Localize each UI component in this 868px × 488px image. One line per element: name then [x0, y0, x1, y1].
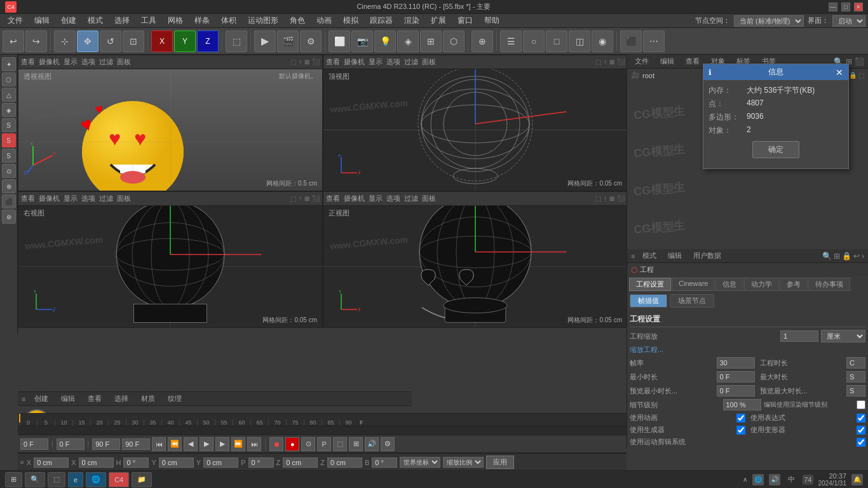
- search-taskbar-btn[interactable]: 🔍: [25, 472, 45, 487]
- camera-button[interactable]: 📷: [351, 30, 373, 52]
- vp4-filter-btn[interactable]: 过滤: [404, 194, 418, 203]
- prop-input-mintime[interactable]: [717, 371, 755, 383]
- vp2-options-btn[interactable]: 选项: [386, 57, 400, 67]
- sidebar-btn-11[interactable]: ⊛: [2, 210, 16, 224]
- objects-edit-btn[interactable]: 编辑: [656, 56, 678, 67]
- coord-worldspace-select[interactable]: 世界坐标: [400, 457, 440, 468]
- menu-mesh[interactable]: 网格: [163, 14, 188, 27]
- coord-z1-input[interactable]: [283, 458, 318, 468]
- layer-button[interactable]: ⊞: [349, 437, 363, 451]
- sidebar-btn-3[interactable]: △: [2, 88, 16, 102]
- auto-key-button[interactable]: ●: [285, 437, 299, 451]
- props-search-icon[interactable]: 🔍: [822, 252, 832, 261]
- step-forward-button[interactable]: ▶: [215, 437, 229, 451]
- objects-view-btn[interactable]: 查看: [682, 56, 703, 67]
- sidebar-btn-10[interactable]: ⬛: [2, 194, 16, 208]
- render-viewport-button[interactable]: ▶: [254, 30, 276, 52]
- sound-button[interactable]: 🔊: [365, 437, 379, 451]
- end-frame-input[interactable]: [92, 438, 120, 450]
- props-filter-icon[interactable]: ⊞: [834, 252, 840, 261]
- tray-chevron[interactable]: ∧: [743, 476, 747, 483]
- sidebar-btn-4[interactable]: ◈: [2, 103, 16, 117]
- prop-input-preview-max[interactable]: [846, 385, 865, 396]
- prop-cb-use-expression[interactable]: [857, 414, 865, 423]
- environment-button[interactable]: ◉: [592, 30, 613, 52]
- more-button[interactable]: ⋯: [643, 30, 665, 52]
- menu-character[interactable]: 角色: [285, 14, 310, 27]
- coord-x2-input[interactable]: [79, 458, 114, 468]
- prop-cb-use-animation[interactable]: [736, 414, 745, 423]
- floor-button[interactable]: ☰: [500, 30, 522, 52]
- taskview-button[interactable]: ⬚: [48, 472, 65, 487]
- props-edit-btn[interactable]: 编辑: [664, 250, 686, 261]
- viewport-top[interactable]: 查看 摄像机 显示 选项 过滤 面板 ⬚ ↑ ⊞ ⬛ www.CGMXW.com: [323, 55, 628, 191]
- network-icon[interactable]: 🌐: [752, 474, 764, 485]
- viewport-right[interactable]: 查看 摄像机 显示 选项 过滤 面板 ⬚ ↑ ⊞ ⬛ www.CGMXW.com: [18, 191, 323, 328]
- props-reset-icon[interactable]: ↩: [853, 252, 860, 261]
- vp4-display-btn[interactable]: 显示: [369, 194, 383, 203]
- coord-b-input[interactable]: [372, 458, 397, 468]
- key-button[interactable]: P: [317, 437, 331, 451]
- vp1-options-btn[interactable]: 选项: [81, 57, 95, 67]
- minimize-button[interactable]: —: [829, 3, 837, 11]
- chrome-button[interactable]: 🌐: [86, 472, 106, 487]
- props-lock-icon[interactable]: 🔒: [842, 252, 851, 261]
- prev-frame-button[interactable]: ⏪: [168, 437, 182, 451]
- menu-spline[interactable]: 样条: [189, 14, 215, 27]
- scale-tool-button[interactable]: ⊡: [123, 30, 144, 52]
- prop-input-fps[interactable]: [717, 357, 755, 369]
- mat-material-btn[interactable]: 材质: [137, 393, 159, 404]
- mat-view-btn[interactable]: 查看: [84, 393, 105, 404]
- notification-icon[interactable]: 🔔: [851, 474, 863, 485]
- edge-button[interactable]: e: [68, 472, 83, 487]
- vp2-view-btn[interactable]: 查看: [326, 57, 340, 67]
- explorer-button[interactable]: 📁: [132, 472, 152, 487]
- options-button[interactable]: ⚙: [381, 437, 395, 451]
- menu-help[interactable]: 帮助: [479, 14, 505, 27]
- move-tool-button[interactable]: ✥: [77, 30, 98, 52]
- coord-scale-select[interactable]: 缩放比例: [443, 457, 484, 468]
- record-button[interactable]: ⏺: [269, 437, 283, 451]
- close-button[interactable]: ✕: [854, 3, 863, 11]
- mat-texture-btn[interactable]: 纹理: [164, 393, 186, 404]
- background-button[interactable]: □: [546, 30, 567, 52]
- menu-edit[interactable]: 编辑: [29, 14, 55, 27]
- mat-edit-btn[interactable]: 编辑: [57, 393, 79, 404]
- menu-window[interactable]: 窗口: [452, 14, 478, 27]
- menu-file[interactable]: 文件: [3, 14, 28, 27]
- coord-x1-input[interactable]: [34, 458, 69, 468]
- start-frame-input[interactable]: [57, 438, 85, 450]
- sidebar-btn-7[interactable]: S: [2, 149, 16, 163]
- project-subtab-frames[interactable]: 帧描值: [630, 294, 667, 308]
- undo-button[interactable]: ↩: [3, 30, 24, 52]
- foreground-button[interactable]: ◫: [569, 30, 590, 52]
- prop-cb-use-deformer[interactable]: [857, 426, 865, 435]
- rotate-tool-button[interactable]: ↺: [100, 30, 121, 52]
- render-region-button[interactable]: ⬚: [226, 30, 247, 52]
- motion-path-button[interactable]: ⊙: [301, 437, 315, 451]
- props-arrow-icon[interactable]: ›: [862, 252, 864, 261]
- vp4-camera-btn[interactable]: 摄像机: [344, 194, 365, 203]
- axis-z-button[interactable]: Z: [197, 30, 219, 52]
- vp2-filter-btn[interactable]: 过滤: [404, 57, 418, 67]
- mograph-button[interactable]: ⊞: [420, 30, 442, 52]
- preview-button[interactable]: ⬚: [333, 437, 347, 451]
- coord-y1-input[interactable]: [159, 458, 194, 468]
- interface-select[interactable]: 启动: [832, 15, 865, 27]
- cube-button[interactable]: ⬜: [329, 30, 350, 52]
- menu-animate[interactable]: 动画: [311, 14, 337, 27]
- mat-select-btn[interactable]: 选择: [111, 393, 132, 404]
- vp1-filter-btn[interactable]: 过滤: [99, 57, 113, 67]
- snap-button[interactable]: ⊕: [471, 30, 493, 52]
- menu-simulate[interactable]: 模拟: [338, 14, 363, 27]
- vp3-options-btn[interactable]: 选项: [81, 194, 95, 203]
- prop-input-maxtime[interactable]: [846, 371, 865, 383]
- step-back-button[interactable]: ◀: [184, 437, 198, 451]
- timeline-track[interactable]: [18, 426, 627, 435]
- props-mode-btn[interactable]: 模式: [639, 250, 660, 261]
- axis-y-button[interactable]: Y: [174, 30, 196, 52]
- vp1-camera-btn[interactable]: 摄像机: [39, 57, 60, 67]
- prop-cb-render-detail[interactable]: [857, 400, 865, 409]
- light-button[interactable]: 💡: [374, 30, 396, 52]
- viewport-front[interactable]: 查看 摄像机 显示 选项 过滤 面板 ⬚ ↑ ⊞ ⬛ www.CGMXW.com: [323, 191, 628, 328]
